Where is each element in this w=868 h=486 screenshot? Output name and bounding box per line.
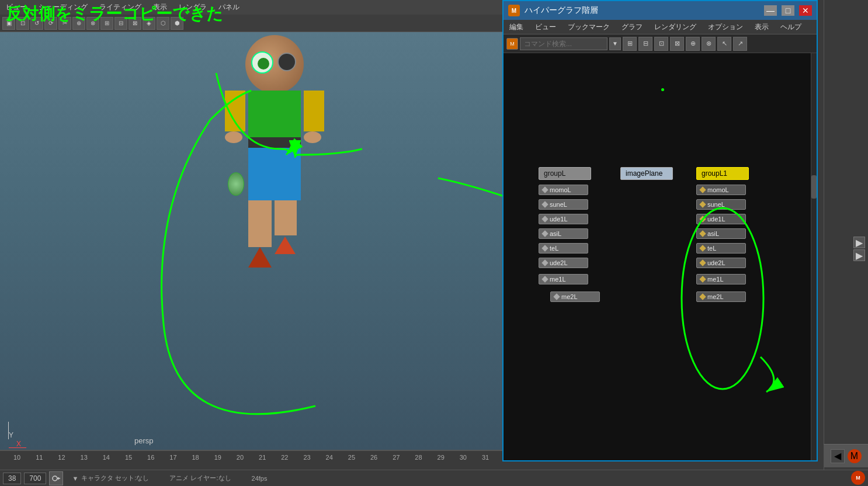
arrow-right-2[interactable]: ▶ xyxy=(853,249,865,261)
tnum-26: 26 xyxy=(363,454,385,461)
tnum-28: 28 xyxy=(407,454,429,461)
tnum-27: 27 xyxy=(385,454,407,461)
panel-tb-6[interactable]: ⊗ xyxy=(702,37,716,51)
diamond-icon xyxy=(699,201,706,207)
maximize-button[interactable]: □ xyxy=(782,5,794,16)
current-frame-input[interactable]: 38 xyxy=(3,473,21,484)
panel-scrollbar[interactable] xyxy=(811,53,817,460)
character-eye-right xyxy=(277,53,296,71)
right-side-panel: ◀ M ▶ ▶ xyxy=(824,0,868,486)
character-leg-left xyxy=(248,200,272,247)
character-eye-left xyxy=(251,51,273,74)
panel-content[interactable]: groupL momoL suneL ude1L asiL teL ude2L xyxy=(504,53,817,460)
node-child-momoL-right[interactable]: momoL xyxy=(696,185,746,195)
node-groupL1[interactable]: groupL1 xyxy=(696,167,749,180)
tnum-29: 29 xyxy=(430,454,452,461)
node-child-momoL-left[interactable]: momoL xyxy=(539,185,588,195)
panel-title-icon: M xyxy=(508,5,520,16)
character-eye-left-inner xyxy=(258,58,269,70)
green-circle-svg xyxy=(504,53,817,460)
node-groupL[interactable]: groupL xyxy=(539,167,591,180)
diamond-icon xyxy=(699,230,706,237)
node-child-ude1L-right[interactable]: ude1L xyxy=(696,214,746,224)
panel-menu-rendering[interactable]: レンダリング xyxy=(651,21,699,33)
hypergraph-panel: M ハイパーグラフ階層 — □ ✕ 編集 ビュー ブックマーク グラフ レンダリ… xyxy=(502,0,818,461)
panel-tb-7[interactable]: ↖ xyxy=(717,37,731,51)
diamond-icon xyxy=(541,230,548,237)
panel-tb-2[interactable]: ⊟ xyxy=(638,37,652,51)
panel-menu-options[interactable]: オプション xyxy=(705,21,746,33)
panel-menu-graph[interactable]: グラフ xyxy=(619,21,645,33)
panel-toolbar: M ▼ ⊞ ⊟ ⊡ ⊠ ⊕ ⊗ ↖ ↗ xyxy=(504,34,817,53)
annotation-text: 反対側をミラーコピーできた xyxy=(6,3,223,25)
right-bottom-controls: ◀ M xyxy=(824,444,868,467)
diamond-icon xyxy=(553,293,560,300)
node-child-me1L-left[interactable]: me1L xyxy=(539,274,588,284)
main-viewport: ビュー シェーディング ライティング 表示 レンダラ パネル ▣ ⊡ ↺ ⟳ ✂… xyxy=(0,0,502,486)
node-child-teL-right[interactable]: teL xyxy=(696,243,746,254)
coord-x-label: X xyxy=(16,440,21,448)
minimize-button[interactable]: — xyxy=(764,5,777,16)
node-child-ude1L-left[interactable]: ude1L xyxy=(539,214,588,224)
panel-menu-help[interactable]: ヘルプ xyxy=(777,21,804,33)
scrollbar-thumb[interactable] xyxy=(811,175,817,199)
character-arm-left xyxy=(225,91,245,131)
coord-y-label: Y xyxy=(9,431,13,439)
diamond-icon xyxy=(541,186,548,193)
right-ctrl-2[interactable]: M xyxy=(848,449,862,463)
character-pants xyxy=(248,148,301,200)
key-button[interactable] xyxy=(49,471,63,485)
close-button[interactable]: ✕ xyxy=(799,5,812,16)
fps-text: 24fps xyxy=(252,475,268,482)
maya-logo-btn[interactable]: M xyxy=(851,471,865,485)
panel-menu-bookmark[interactable]: ブックマーク xyxy=(565,21,613,33)
axis-x xyxy=(9,447,26,448)
arrow-right-1[interactable]: ▶ xyxy=(853,237,865,248)
diamond-icon xyxy=(699,245,706,251)
character-torso xyxy=(248,91,301,137)
panel-menu-display[interactable]: 表示 xyxy=(752,21,772,33)
node-child-asiL-right[interactable]: asiL xyxy=(696,228,746,239)
panel-menu-view[interactable]: ビュー xyxy=(532,21,559,33)
panel-tb-3[interactable]: ⊡ xyxy=(654,37,668,51)
tnum-30: 30 xyxy=(452,454,474,461)
end-frame-input[interactable]: 700 xyxy=(24,473,46,484)
node-child-ude2L-left[interactable]: ude2L xyxy=(539,258,588,268)
green-dot-1 xyxy=(661,88,664,91)
panel-tb-4[interactable]: ⊠ xyxy=(670,37,684,51)
right-ctrl-1[interactable]: ◀ xyxy=(831,449,845,463)
right-arrows: ▶ ▶ xyxy=(850,234,868,264)
node-child-suneL-right[interactable]: suneL xyxy=(696,199,746,210)
panel-tb-8[interactable]: ↗ xyxy=(733,37,747,51)
character-leg-right xyxy=(275,200,297,235)
panel-tb-5[interactable]: ⊕ xyxy=(686,37,700,51)
panel-icon-btn[interactable]: M xyxy=(506,38,518,50)
character-foot-right xyxy=(275,237,296,254)
character-hand-right xyxy=(304,131,321,143)
diamond-icon xyxy=(541,201,548,207)
search-dropdown[interactable]: ▼ xyxy=(609,37,621,50)
tnum-16: 16 xyxy=(140,454,162,461)
diamond-icon xyxy=(541,216,548,222)
node-child-ude2L-right[interactable]: ude2L xyxy=(696,258,746,268)
character-arm-right xyxy=(304,91,324,131)
search-input[interactable] xyxy=(520,37,607,50)
anim-layer-text: アニメ レイヤー:なし xyxy=(169,474,231,482)
panel-tb-1[interactable]: ⊞ xyxy=(623,37,637,51)
node-child-me2L-left[interactable]: me2L xyxy=(550,291,600,302)
panel-menu-edit[interactable]: 編集 xyxy=(506,21,526,33)
character-set-text: キャラクタ セット:なし xyxy=(81,474,149,482)
tnum-24: 24 xyxy=(318,454,341,461)
diamond-icon xyxy=(541,245,548,251)
node-child-me1L-right[interactable]: me1L xyxy=(696,274,746,284)
node-child-suneL-left[interactable]: suneL xyxy=(539,199,588,210)
node-imagePlane[interactable]: imagePlane xyxy=(620,167,673,180)
node-child-asiL-left[interactable]: asiL xyxy=(539,228,588,239)
diamond-icon xyxy=(541,259,548,266)
panel-title-text: ハイパーグラフ階層 xyxy=(525,5,759,16)
node-child-me2L-right[interactable]: me2L xyxy=(696,291,746,302)
character-set-label: ▼ xyxy=(72,475,78,482)
tnum-11: 11 xyxy=(28,454,50,461)
node-child-teL-left[interactable]: teL xyxy=(539,243,588,254)
diamond-icon xyxy=(699,216,706,222)
